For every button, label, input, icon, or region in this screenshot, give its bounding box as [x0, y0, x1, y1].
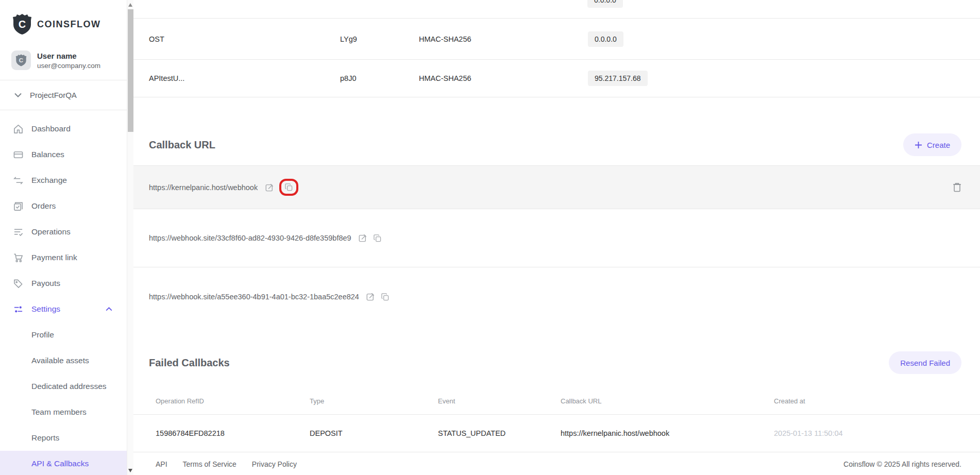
operation-callback-url: https://kernelpanic.host/webhook — [561, 429, 774, 437]
operation-created-at: 2025-01-13 11:50:04 — [774, 429, 980, 437]
api-key-value: p8J0 — [340, 74, 419, 82]
section-title: Failed Callbacks — [149, 357, 230, 369]
edit-icon[interactable] — [366, 293, 375, 301]
copy-icon[interactable] — [284, 183, 293, 192]
sidebar-item-profile[interactable]: Profile — [0, 322, 127, 348]
edit-icon[interactable] — [359, 234, 367, 243]
scrollbar-thumb[interactable] — [128, 9, 133, 132]
user-profile[interactable]: C User name user@company.com — [11, 50, 127, 70]
ip-badge: 95.217.157.68 — [588, 71, 648, 86]
api-key-name: APItestU... — [149, 74, 340, 82]
table-row: 15986784EFD82218 DEPOSIT STATUS_UPDATED … — [133, 415, 980, 452]
table-row: OST LYg9 HMAC-SHA256 0.0.0.0 — [133, 19, 980, 60]
api-key-algorithm: HMAC-SHA256 — [419, 74, 588, 82]
footer-link-terms[interactable]: Terms of Service — [183, 460, 236, 468]
sidebar-item-label: Operations — [31, 227, 71, 236]
callback-url-section-header: Callback URL Create — [133, 133, 980, 156]
ip-badge: 0.0.0.0 — [588, 31, 623, 47]
cart-icon — [13, 252, 23, 263]
sidebar-scrollbar[interactable] — [127, 0, 133, 475]
failed-callbacks-section-header: Failed Callbacks Resend Failed — [133, 351, 980, 374]
sidebar-item-orders[interactable]: Orders — [0, 193, 127, 219]
sidebar-item-label: Balances — [31, 150, 64, 159]
avatar: C — [11, 50, 31, 70]
table-row-partial: 0.0.0.0 — [133, 0, 980, 19]
sidebar-subitem-label: Team members — [31, 408, 87, 417]
api-key-name: OST — [149, 35, 340, 43]
sidebar-item-label: Exchange — [31, 176, 67, 185]
sidebar-subitem-label: Available assets — [31, 356, 89, 365]
trash-icon[interactable] — [952, 182, 961, 193]
footer-link-api[interactable]: API — [156, 460, 167, 468]
list-check-icon — [13, 227, 23, 237]
order-check-icon — [13, 201, 23, 211]
sidebar-item-balances[interactable]: Balances — [0, 142, 127, 167]
column-header: Created at — [774, 397, 980, 405]
sidebar-subitem-label: Reports — [31, 433, 59, 443]
resend-failed-button-label: Resend Failed — [900, 359, 950, 367]
copyright-text: Coinsflow © 2025 All rights reserved. — [843, 460, 961, 468]
copy-icon[interactable] — [381, 293, 390, 301]
sidebar-item-label: Dashboard — [31, 124, 71, 133]
copy-icon[interactable] — [373, 234, 382, 243]
operation-type: DEPOSIT — [310, 429, 438, 437]
project-name: ProjectForQA — [30, 91, 77, 99]
create-button-label: Create — [927, 141, 950, 149]
table-row: APItestU... p8J0 HMAC-SHA256 95.217.157.… — [133, 60, 980, 97]
brand-logo: C COINSFLOW — [0, 0, 127, 35]
failed-callbacks-table-header: Operation RefID Type Event Callback URL … — [133, 388, 980, 415]
column-header: Event — [438, 397, 561, 405]
brand-name: COINSFLOW — [37, 19, 101, 30]
tag-icon — [13, 278, 23, 289]
create-button[interactable]: Create — [903, 133, 961, 156]
callback-url-row: https://kernelpanic.host/webhook — [133, 166, 980, 209]
sidebar-nav: Dashboard Balances Exchange Orders Opera… — [0, 110, 127, 475]
callback-url-row: https://webhook.site/33cf8f60-ad82-4930-… — [133, 209, 980, 267]
sidebar-item-label: Payment link — [31, 253, 77, 262]
sidebar-item-payment-link[interactable]: Payment link — [0, 245, 127, 270]
brand-shield-icon: C — [12, 13, 32, 35]
card-icon — [13, 149, 23, 160]
callback-url-text: https://webhook.site/33cf8f60-ad82-4930-… — [149, 234, 351, 242]
swap-arrows-icon — [13, 175, 23, 185]
api-key-algorithm: HMAC-SHA256 — [419, 35, 588, 43]
sidebar-item-operations[interactable]: Operations — [0, 219, 127, 245]
ip-badge: 0.0.0.0 — [587, 0, 623, 8]
sidebar-subitem-label: API & Callbacks — [31, 459, 89, 468]
sidebar-item-reports[interactable]: Reports — [0, 425, 127, 451]
api-key-value: LYg9 — [340, 35, 419, 43]
sidebar-subitem-label: Profile — [31, 330, 54, 340]
plus-icon — [915, 141, 922, 149]
edit-icon[interactable] — [265, 183, 274, 192]
footer-link-privacy[interactable]: Privacy Policy — [252, 460, 297, 468]
footer: API Terms of Service Privacy Policy Coin… — [133, 452, 980, 475]
sidebar-item-api-callbacks[interactable]: API & Callbacks — [0, 451, 127, 475]
sidebar-item-dashboard[interactable]: Dashboard — [0, 116, 127, 142]
scrollbar-down-arrow-icon[interactable] — [128, 469, 132, 472]
sidebar-item-label: Payouts — [31, 279, 60, 288]
sidebar-item-exchange[interactable]: Exchange — [0, 167, 127, 193]
scrollbar-up-arrow-icon[interactable] — [128, 3, 132, 7]
sidebar-item-team-members[interactable]: Team members — [0, 399, 127, 425]
callback-url-text: https://kernelpanic.host/webhook — [149, 183, 258, 192]
sidebar-item-label: Settings — [31, 304, 60, 314]
sidebar-item-dedicated-addresses[interactable]: Dedicated addresses — [0, 374, 127, 399]
user-email: user@company.com — [37, 62, 100, 70]
column-header: Type — [310, 397, 438, 405]
column-header: Callback URL — [561, 397, 774, 405]
callback-url-row: https://webhook.site/a55ee360-4b91-4a01-… — [133, 267, 980, 326]
annotation-circle — [279, 179, 298, 196]
svg-text:C: C — [19, 19, 26, 30]
resend-failed-button[interactable]: Resend Failed — [889, 351, 961, 374]
sidebar-item-available-assets[interactable]: Available assets — [0, 348, 127, 374]
project-selector[interactable]: ProjectForQA — [0, 80, 127, 110]
sidebar-item-settings[interactable]: Settings — [0, 296, 127, 322]
operation-refid: 15986784EFD82218 — [156, 429, 310, 437]
sidebar: C COINSFLOW C User name user@company.com… — [0, 0, 127, 475]
sliders-icon — [13, 304, 23, 314]
sidebar-item-payouts[interactable]: Payouts — [0, 270, 127, 296]
user-name: User name — [37, 52, 100, 60]
sidebar-item-label: Orders — [31, 201, 56, 211]
callback-url-text: https://webhook.site/a55ee360-4b91-4a01-… — [149, 293, 359, 301]
main-content: 0.0.0.0 OST LYg9 HMAC-SHA256 0.0.0.0 API… — [133, 0, 980, 475]
